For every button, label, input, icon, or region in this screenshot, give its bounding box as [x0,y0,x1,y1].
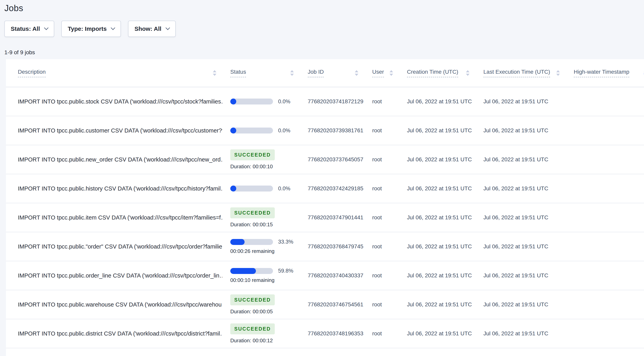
job-status-cell: SUCCEEDED Duration: 00:00:05 [222,290,300,319]
progress-bar-fill [230,128,236,134]
job-status-cell: SUCCEEDED Duration: 00:00:15 [222,203,300,232]
job-duration: Duration: 00:00:05 [230,308,294,315]
job-description: IMPORT INTO tpcc.public.item CSV DATA ('… [6,203,222,232]
job-last-execution-time: Jul 06, 2022 at 19:51 UTC [476,290,566,319]
job-description: IMPORT INTO tpcc.public.order_line CSV D… [6,261,222,290]
job-high-water-timestamp [566,145,644,174]
sort-arrows-icon [286,70,294,76]
progress-percent: 0.0% [278,128,290,134]
job-description: IMPORT INTO tpcc.public.stock CSV DATA (… [6,87,222,116]
table-row: IMPORT INTO tpcc.public.district CSV DAT… [6,319,644,348]
progress-bar-fill [230,268,256,274]
type-filter-label: Type: Imports [68,26,106,32]
table-row: IMPORT INTO tpcc.public.customer CSV DAT… [6,116,644,145]
job-description: IMPORT INTO tpcc.public."order" CSV DATA… [6,232,222,261]
progress-percent: 0.0% [278,99,290,105]
job-id: 776820203748196353 [300,319,364,348]
job-status-cell: 0.0% [222,174,300,203]
chevron-down-icon [111,26,115,30]
time-remaining: 00:00:26 remaining [230,248,294,254]
job-user: root [364,116,399,145]
job-id: 776820203737645057 [300,145,364,174]
column-header-status[interactable]: Status [222,59,300,87]
time-remaining: 00:00:10 remaining [230,277,294,283]
job-user: root [364,145,399,174]
job-user: root [364,319,399,348]
job-creation-time: Jul 06, 2022 at 19:51 UTC [399,116,476,145]
job-status-cell: 59.8% 00:00:10 remaining [222,261,300,290]
job-id: 776820203768479745 [300,232,364,261]
sort-arrows-icon [208,70,216,76]
chevron-down-icon [166,26,170,30]
job-creation-time: Jul 06, 2022 at 19:51 UTC [399,174,476,203]
job-status-cell: 0.0% [222,87,300,116]
job-duration: Duration: 00:00:12 [230,337,294,344]
job-user: root [364,261,399,290]
type-filter-dropdown[interactable]: Type: Imports [61,21,121,37]
status-badge: SUCCEEDED [230,294,275,305]
filter-bar: Status: All Type: Imports Show: All [4,21,644,37]
job-id: 776820203742429185 [300,174,364,203]
job-high-water-timestamp [566,203,644,232]
status-badge: SUCCEEDED [230,323,275,334]
jobs-table: Description Status Job ID User Creation … [6,59,644,348]
table-row: IMPORT INTO tpcc.public.order_line CSV D… [6,261,644,290]
job-high-water-timestamp [566,232,644,261]
column-header-user[interactable]: User [364,59,399,87]
status-filter-dropdown[interactable]: Status: All [4,21,54,37]
progress-percent: 0.0% [278,186,290,192]
table-row: IMPORT INTO tpcc.public.warehouse CSV DA… [6,290,644,319]
column-header-description[interactable]: Description [6,59,222,87]
progress-bar [230,128,273,134]
table-header-row: Description Status Job ID User Creation … [6,59,644,87]
job-last-execution-time: Jul 06, 2022 at 19:51 UTC [476,145,566,174]
progress-percent: 33.3% [278,239,294,245]
sort-arrows-icon [552,70,560,76]
job-high-water-timestamp [566,87,644,116]
job-id: 776820203739381761 [300,116,364,145]
job-id: 776820203746754561 [300,290,364,319]
job-last-execution-time: Jul 06, 2022 at 19:51 UTC [476,203,566,232]
sort-arrows-icon [385,70,393,76]
job-high-water-timestamp [566,261,644,290]
job-creation-time: Jul 06, 2022 at 19:51 UTC [399,203,476,232]
column-header-high-water-timestamp[interactable]: High-water Timestamp [566,59,644,87]
job-id: 776820203747901441 [300,203,364,232]
show-filter-dropdown[interactable]: Show: All [128,21,176,37]
job-high-water-timestamp [566,319,644,348]
column-header-creation-time[interactable]: Creation Time (UTC) [399,59,476,87]
job-last-execution-time: Jul 06, 2022 at 19:51 UTC [476,232,566,261]
sort-arrows-icon [639,70,644,76]
progress-bar-fill [230,239,244,245]
status-badge: SUCCEEDED [230,149,275,160]
job-description: IMPORT INTO tpcc.public.district CSV DAT… [6,319,222,348]
job-user: root [364,232,399,261]
job-high-water-timestamp [566,116,644,145]
job-status-cell: SUCCEEDED Duration: 00:00:10 [222,145,300,174]
table-row: IMPORT INTO tpcc.public.new_order CSV DA… [6,145,644,174]
status-filter-label: Status: All [11,26,40,32]
progress-bar [230,268,273,274]
table-row: IMPORT INTO tpcc.public.history CSV DATA… [6,174,644,203]
column-header-job-id[interactable]: Job ID [300,59,364,87]
job-last-execution-time: Jul 06, 2022 at 19:51 UTC [476,116,566,145]
job-duration: Duration: 00:00:10 [230,164,294,170]
job-creation-time: Jul 06, 2022 at 19:51 UTC [399,261,476,290]
progress-bar [230,186,273,191]
column-header-last-execution-time[interactable]: Last Execution Time (UTC) [476,59,566,87]
show-filter-label: Show: All [134,26,162,32]
job-last-execution-time: Jul 06, 2022 at 19:51 UTC [476,261,566,290]
job-description: IMPORT INTO tpcc.public.history CSV DATA… [6,174,222,203]
jobs-table-body: IMPORT INTO tpcc.public.stock CSV DATA (… [6,87,644,348]
job-last-execution-time: Jul 06, 2022 at 19:51 UTC [476,174,566,203]
chevron-down-icon [44,26,49,30]
job-description: IMPORT INTO tpcc.public.warehouse CSV DA… [6,290,222,319]
progress-bar [230,239,273,245]
table-row: IMPORT INTO tpcc.public.stock CSV DATA (… [6,87,644,116]
sort-arrows-icon [350,70,358,76]
job-user: root [364,203,399,232]
sort-arrows-icon [462,70,470,76]
job-user: root [364,290,399,319]
job-high-water-timestamp [566,290,644,319]
job-description: IMPORT INTO tpcc.public.customer CSV DAT… [6,116,222,145]
